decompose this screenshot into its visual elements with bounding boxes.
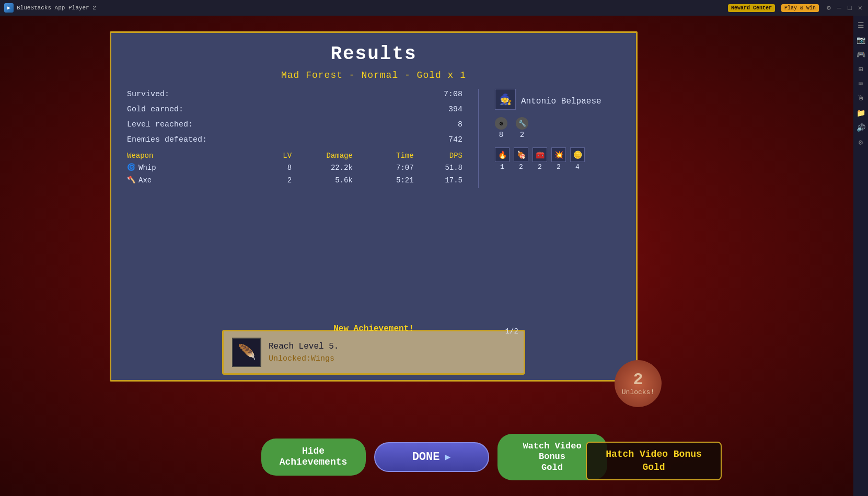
hide-achievements-button[interactable]: Hide Achievements xyxy=(261,439,366,476)
app-title: BlueStacks App Player 2 xyxy=(17,5,725,11)
weapon-axe-dps: 17.5 xyxy=(414,176,462,184)
weapon-whip-icon: 🌀 xyxy=(127,163,136,172)
char-header: 🧙 Antonio Belpaese xyxy=(495,89,620,110)
titlebar-right: Reward Center Play & Win ⚙ — □ ✕ xyxy=(728,4,864,12)
achievement-text: Reach Level 5. Unlocked:Wings xyxy=(269,342,515,363)
sidebar-icon-2[interactable]: 📷 xyxy=(855,34,866,45)
divider xyxy=(478,89,479,188)
weapon-col-header-lv: LV xyxy=(249,152,292,160)
results-title: Results xyxy=(111,43,636,65)
coin-val: 4 xyxy=(575,163,580,171)
right-sidebar: ☰ 📷 🎮 ⊞ ⌨ 🖱 📁 🔊 ⚙ xyxy=(853,16,868,496)
unlocks-bubble: 2 Unlocks! xyxy=(615,360,662,407)
item-icons-row: 🔥 1 🍖 2 🧰 2 💥 2 🪙 4 xyxy=(495,147,620,171)
weapon-row-whip: 🌀Whip 8 22.2k 7:07 51.8 xyxy=(127,163,462,172)
reward-center-badge[interactable]: Reward Center xyxy=(728,4,775,12)
stat-icon-1: ⚙️ xyxy=(495,117,507,130)
torch-val: 1 xyxy=(500,163,504,171)
unlocks-label: Unlocks! xyxy=(622,388,654,396)
item-icon-food: 🍖 2 xyxy=(514,147,528,171)
done-arrow-icon: ▶ xyxy=(445,451,450,463)
sidebar-icon-7[interactable]: 📁 xyxy=(855,108,866,118)
hide-btn-line2: Achievements xyxy=(280,457,348,467)
game-panel: Results Mad Forest - Normal - Gold x 1 S… xyxy=(110,31,638,382)
food-val: 2 xyxy=(519,163,523,171)
weapon-col-header-damage: Damage xyxy=(292,152,353,160)
stat-icon-2-val: 2 xyxy=(520,131,524,139)
weapon-row-axe: 🪓Axe 2 5.6k 5:21 17.5 xyxy=(127,176,462,185)
hatch-title: Hatch Video Bonus Gold xyxy=(595,448,712,474)
bottom-buttons: Hide Achievements DONE ▶ Watch Video Bon… xyxy=(261,434,607,480)
chest-val: 2 xyxy=(538,163,542,171)
window-controls: ⚙ — □ ✕ xyxy=(825,4,864,11)
weapon-axe-time: 5:21 xyxy=(353,176,414,184)
settings-icon[interactable]: ⚙ xyxy=(825,4,832,11)
hatch-overlay: Hatch Video Bonus Gold xyxy=(586,442,722,480)
stat-icon-group-1: ⚙️ 8 xyxy=(495,117,507,139)
achievement-title: New Achievement! xyxy=(333,324,414,333)
stat-level: Level reached: 8 xyxy=(127,119,462,130)
done-button[interactable]: DONE ▶ xyxy=(374,442,489,472)
achievement-description: Reach Level 5. xyxy=(269,342,515,351)
close-icon[interactable]: ✕ xyxy=(857,4,864,11)
stat-icons-row: ⚙️ 8 🔧 2 xyxy=(495,117,620,139)
coin-icon: 🪙 xyxy=(570,147,585,162)
app-icon: ▶ xyxy=(4,3,14,13)
char-name: Antonio Belpaese xyxy=(521,97,601,106)
watch-btn-line2: Gold xyxy=(541,463,563,472)
minimize-icon[interactable]: — xyxy=(836,4,843,11)
stat-gold-value: 394 xyxy=(448,105,462,114)
weapon-axe-damage: 5.6k xyxy=(292,176,353,184)
item-icon-chest: 🧰 2 xyxy=(533,147,547,171)
weapon-axe-name: 🪓Axe xyxy=(127,176,249,185)
stat-icon-1-val: 8 xyxy=(499,131,503,139)
weapon-axe-icon: 🪓 xyxy=(127,176,136,185)
character-section: 🧙 Antonio Belpaese ⚙️ 8 🔧 2 🔥 1 xyxy=(484,89,620,188)
potion-val: 2 xyxy=(557,163,561,171)
achievement-unlock: Unlocked:Wings xyxy=(269,354,515,363)
results-subtitle: Mad Forest - Normal - Gold x 1 xyxy=(111,70,636,80)
stat-enemies-label: Enemies defeated: xyxy=(127,135,207,144)
achievement-panel: New Achievement! 1/2 🪶 Reach Level 5. Un… xyxy=(222,330,525,375)
weapon-whip-name: 🌀Whip xyxy=(127,163,249,172)
watch-btn-line1: Watch Video Bonus xyxy=(523,441,581,462)
hide-btn-line1: Hide xyxy=(302,446,325,456)
weapon-col-header-time: Time xyxy=(353,152,414,160)
chest-icon: 🧰 xyxy=(533,147,547,162)
content-row: Survived: 7:08 Gold earned: 394 Level re… xyxy=(111,89,636,188)
weapon-header: Weapon LV Damage Time DPS xyxy=(127,152,462,160)
achievement-icon: 🪶 xyxy=(232,338,261,367)
item-icon-potion: 💥 2 xyxy=(551,147,566,171)
weapon-whip-lv: 8 xyxy=(249,164,292,172)
stats-section: Survived: 7:08 Gold earned: 394 Level re… xyxy=(127,89,473,188)
stat-enemies: Enemies defeated: 742 xyxy=(127,134,462,145)
weapon-whip-time: 7:07 xyxy=(353,164,414,172)
stat-survived-label: Survived: xyxy=(127,90,169,99)
sidebar-icon-4[interactable]: ⊞ xyxy=(855,64,866,74)
stat-enemies-value: 742 xyxy=(448,135,462,144)
play-win-badge[interactable]: Play & Win xyxy=(781,4,819,12)
weapon-whip-damage: 22.2k xyxy=(292,164,353,172)
sidebar-icon-9[interactable]: ⚙ xyxy=(855,137,866,147)
stat-survived: Survived: 7:08 xyxy=(127,89,462,100)
achievement-counter: 1/2 xyxy=(505,327,518,336)
sidebar-icon-3[interactable]: 🎮 xyxy=(855,49,866,60)
sidebar-icon-6[interactable]: 🖱 xyxy=(855,93,866,103)
weapon-axe-lv: 2 xyxy=(249,176,292,184)
stat-survived-value: 7:08 xyxy=(444,90,462,99)
food-icon: 🍖 xyxy=(514,147,528,162)
item-icon-torch: 🔥 1 xyxy=(495,147,510,171)
done-label: DONE xyxy=(412,451,440,464)
sidebar-icon-5[interactable]: ⌨ xyxy=(855,78,866,89)
stat-gold-label: Gold earned: xyxy=(127,105,183,114)
char-sprite: 🧙 xyxy=(495,89,516,110)
stat-level-value: 8 xyxy=(458,120,462,129)
unlocks-number: 2 xyxy=(633,372,643,388)
weapon-col-header-name: Weapon xyxy=(127,152,249,160)
potion-icon: 💥 xyxy=(551,147,566,162)
weapon-whip-dps: 51.8 xyxy=(414,164,462,172)
sidebar-icon-8[interactable]: 🔊 xyxy=(855,122,866,133)
item-icon-coin: 🪙 4 xyxy=(570,147,585,171)
maximize-icon[interactable]: □ xyxy=(846,4,853,11)
sidebar-icon-1[interactable]: ☰ xyxy=(855,20,866,30)
